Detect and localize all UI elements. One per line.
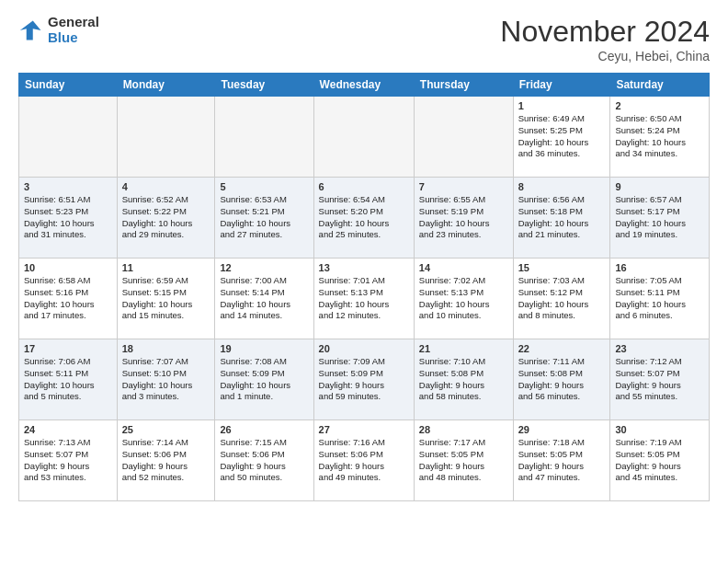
calendar-cell: 30Sunrise: 7:19 AM Sunset: 5:05 PM Dayli… [610, 420, 710, 501]
calendar-cell: 7Sunrise: 6:55 AM Sunset: 5:19 PM Daylig… [414, 178, 513, 259]
logo-text: General Blue [48, 15, 99, 45]
day-info: Sunrise: 7:00 AM Sunset: 5:14 PM Dayligh… [220, 275, 308, 322]
day-info: Sunrise: 6:59 AM Sunset: 5:15 PM Dayligh… [122, 275, 210, 322]
calendar-cell: 1Sunrise: 6:49 AM Sunset: 5:25 PM Daylig… [513, 97, 610, 178]
day-number: 19 [220, 343, 308, 354]
page: General Blue November 2024 Ceyu, Hebei, … [0, 0, 728, 516]
calendar-week-row: 1Sunrise: 6:49 AM Sunset: 5:25 PM Daylig… [19, 97, 710, 178]
day-number: 25 [122, 424, 210, 435]
calendar-cell: 16Sunrise: 7:05 AM Sunset: 5:11 PM Dayli… [610, 259, 710, 339]
calendar-cell [313, 97, 414, 178]
svg-marker-0 [20, 20, 41, 40]
day-info: Sunrise: 7:02 AM Sunset: 5:13 PM Dayligh… [419, 275, 508, 322]
calendar: SundayMondayTuesdayWednesdayThursdayFrid… [18, 73, 710, 501]
calendar-cell: 18Sunrise: 7:07 AM Sunset: 5:10 PM Dayli… [117, 339, 215, 420]
day-info: Sunrise: 6:57 AM Sunset: 5:17 PM Dayligh… [615, 194, 704, 241]
day-info: Sunrise: 6:58 AM Sunset: 5:16 PM Dayligh… [24, 275, 112, 322]
day-number: 13 [319, 262, 409, 273]
day-number: 12 [220, 262, 308, 273]
day-info: Sunrise: 7:07 AM Sunset: 5:10 PM Dayligh… [122, 356, 210, 403]
day-info: Sunrise: 7:01 AM Sunset: 5:13 PM Dayligh… [319, 275, 409, 322]
day-number: 7 [419, 181, 508, 192]
day-number: 16 [615, 262, 704, 273]
calendar-cell: 26Sunrise: 7:15 AM Sunset: 5:06 PM Dayli… [215, 420, 313, 501]
day-number: 21 [419, 343, 508, 354]
day-info: Sunrise: 7:14 AM Sunset: 5:06 PM Dayligh… [122, 437, 210, 484]
calendar-cell: 17Sunrise: 7:06 AM Sunset: 5:11 PM Dayli… [19, 339, 118, 420]
weekday-header-row: SundayMondayTuesdayWednesdayThursdayFrid… [19, 74, 710, 97]
day-info: Sunrise: 7:08 AM Sunset: 5:09 PM Dayligh… [220, 356, 308, 403]
calendar-cell: 15Sunrise: 7:03 AM Sunset: 5:12 PM Dayli… [513, 259, 610, 339]
calendar-cell: 22Sunrise: 7:11 AM Sunset: 5:08 PM Dayli… [513, 339, 610, 420]
calendar-cell: 11Sunrise: 6:59 AM Sunset: 5:15 PM Dayli… [117, 259, 215, 339]
day-info: Sunrise: 7:11 AM Sunset: 5:08 PM Dayligh… [518, 356, 606, 403]
day-number: 17 [24, 343, 112, 354]
calendar-cell: 21Sunrise: 7:10 AM Sunset: 5:08 PM Dayli… [414, 339, 513, 420]
day-number: 27 [319, 424, 409, 435]
day-number: 24 [24, 424, 112, 435]
calendar-cell: 20Sunrise: 7:09 AM Sunset: 5:09 PM Dayli… [313, 339, 414, 420]
day-number: 2 [615, 100, 704, 111]
day-info: Sunrise: 7:09 AM Sunset: 5:09 PM Dayligh… [319, 356, 409, 403]
day-number: 14 [419, 262, 508, 273]
calendar-cell: 6Sunrise: 6:54 AM Sunset: 5:20 PM Daylig… [313, 178, 414, 259]
calendar-cell: 28Sunrise: 7:17 AM Sunset: 5:05 PM Dayli… [414, 420, 513, 501]
calendar-cell: 19Sunrise: 7:08 AM Sunset: 5:09 PM Dayli… [215, 339, 313, 420]
day-number: 11 [122, 262, 210, 273]
day-info: Sunrise: 6:49 AM Sunset: 5:25 PM Dayligh… [518, 113, 606, 160]
day-info: Sunrise: 6:52 AM Sunset: 5:22 PM Dayligh… [122, 194, 210, 241]
day-info: Sunrise: 7:12 AM Sunset: 5:07 PM Dayligh… [615, 356, 704, 403]
weekday-header-monday: Monday [117, 74, 215, 97]
day-info: Sunrise: 7:18 AM Sunset: 5:05 PM Dayligh… [518, 437, 606, 484]
day-number: 26 [220, 424, 308, 435]
calendar-cell: 2Sunrise: 6:50 AM Sunset: 5:24 PM Daylig… [610, 97, 710, 178]
day-number: 20 [319, 343, 409, 354]
header: General Blue November 2024 Ceyu, Hebei, … [18, 15, 710, 63]
day-info: Sunrise: 7:19 AM Sunset: 5:05 PM Dayligh… [615, 437, 704, 484]
calendar-week-row: 3Sunrise: 6:51 AM Sunset: 5:23 PM Daylig… [19, 178, 710, 259]
day-info: Sunrise: 7:16 AM Sunset: 5:06 PM Dayligh… [319, 437, 409, 484]
calendar-week-row: 17Sunrise: 7:06 AM Sunset: 5:11 PM Dayli… [19, 339, 710, 420]
weekday-header-thursday: Thursday [414, 74, 513, 97]
day-info: Sunrise: 7:03 AM Sunset: 5:12 PM Dayligh… [518, 275, 606, 322]
day-info: Sunrise: 6:56 AM Sunset: 5:18 PM Dayligh… [518, 194, 606, 241]
day-number: 3 [24, 181, 112, 192]
day-number: 4 [122, 181, 210, 192]
day-info: Sunrise: 6:55 AM Sunset: 5:19 PM Dayligh… [419, 194, 508, 241]
day-number: 10 [24, 262, 112, 273]
weekday-header-friday: Friday [513, 74, 610, 97]
day-number: 8 [518, 181, 606, 192]
calendar-cell: 25Sunrise: 7:14 AM Sunset: 5:06 PM Dayli… [117, 420, 215, 501]
day-number: 28 [419, 424, 508, 435]
day-info: Sunrise: 7:13 AM Sunset: 5:07 PM Dayligh… [24, 437, 112, 484]
day-info: Sunrise: 6:51 AM Sunset: 5:23 PM Dayligh… [24, 194, 112, 241]
day-number: 29 [518, 424, 606, 435]
calendar-cell: 12Sunrise: 7:00 AM Sunset: 5:14 PM Dayli… [215, 259, 313, 339]
title-block: November 2024 Ceyu, Hebei, China [500, 15, 710, 63]
calendar-cell: 14Sunrise: 7:02 AM Sunset: 5:13 PM Dayli… [414, 259, 513, 339]
day-info: Sunrise: 6:53 AM Sunset: 5:21 PM Dayligh… [220, 194, 308, 241]
day-info: Sunrise: 7:05 AM Sunset: 5:11 PM Dayligh… [615, 275, 704, 322]
calendar-cell: 23Sunrise: 7:12 AM Sunset: 5:07 PM Dayli… [610, 339, 710, 420]
calendar-cell: 4Sunrise: 6:52 AM Sunset: 5:22 PM Daylig… [117, 178, 215, 259]
day-info: Sunrise: 6:54 AM Sunset: 5:20 PM Dayligh… [319, 194, 409, 241]
day-number: 1 [518, 100, 606, 111]
month-title: November 2024 [500, 15, 710, 49]
calendar-cell: 29Sunrise: 7:18 AM Sunset: 5:05 PM Dayli… [513, 420, 610, 501]
day-info: Sunrise: 7:17 AM Sunset: 5:05 PM Dayligh… [419, 437, 508, 484]
calendar-cell [117, 97, 215, 178]
calendar-cell: 10Sunrise: 6:58 AM Sunset: 5:16 PM Dayli… [19, 259, 118, 339]
day-number: 15 [518, 262, 606, 273]
day-number: 6 [319, 181, 409, 192]
day-info: Sunrise: 6:50 AM Sunset: 5:24 PM Dayligh… [615, 113, 704, 160]
location: Ceyu, Hebei, China [500, 49, 710, 63]
calendar-week-row: 24Sunrise: 7:13 AM Sunset: 5:07 PM Dayli… [19, 420, 710, 501]
day-number: 18 [122, 343, 210, 354]
logo-general-text: General [48, 14, 99, 29]
calendar-cell: 9Sunrise: 6:57 AM Sunset: 5:17 PM Daylig… [610, 178, 710, 259]
weekday-header-sunday: Sunday [19, 74, 118, 97]
calendar-cell: 27Sunrise: 7:16 AM Sunset: 5:06 PM Dayli… [313, 420, 414, 501]
day-number: 5 [220, 181, 308, 192]
calendar-week-row: 10Sunrise: 6:58 AM Sunset: 5:16 PM Dayli… [19, 259, 710, 339]
day-number: 23 [615, 343, 704, 354]
